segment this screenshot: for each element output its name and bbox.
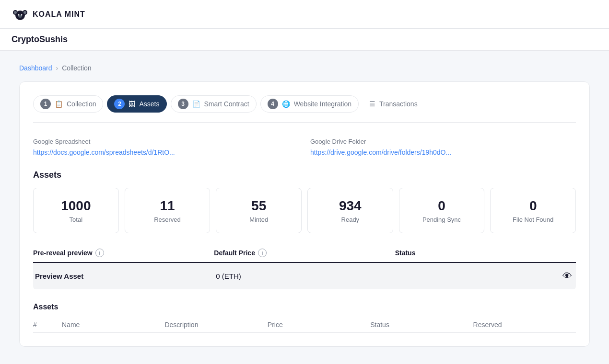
- pre-reveal-col2: Default Price i: [214, 249, 395, 257]
- stat-value-0: 1000: [61, 198, 91, 214]
- pre-reveal-header: Pre-reveal preview i Default Price i Sta…: [33, 249, 576, 263]
- stat-value-3: 934: [339, 198, 362, 214]
- logo: KOALA MINT: [12, 6, 85, 23]
- step-assets-label: Assets: [139, 100, 159, 108]
- stat-card-file-not-found: 0 File Not Found: [490, 188, 576, 233]
- default-price-label: Default Price: [214, 249, 255, 257]
- assets-section-title: Assets: [33, 170, 576, 180]
- table-col-status: Status: [370, 321, 473, 329]
- koala-icon: [12, 6, 29, 23]
- step-collection-icon: 📋: [55, 100, 63, 108]
- stat-label-0: Total: [70, 216, 82, 223]
- breadcrumb: Dashboard › Collection: [19, 64, 590, 72]
- stat-card-minted: 55 Minted: [216, 188, 302, 233]
- stat-card-ready: 934 Ready: [307, 188, 393, 233]
- svg-point-6: [18, 14, 20, 15]
- preview-asset-price: 0 (ETH): [214, 272, 395, 280]
- steps-nav: 1 📋 Collection 2 🖼 Assets 3 📄 Smart Cont…: [33, 95, 576, 123]
- sub-header: CryptoSushis: [0, 29, 609, 51]
- stat-value-5: 0: [529, 198, 537, 214]
- stat-card-reserved: 11 Reserved: [125, 188, 211, 233]
- svg-point-3: [14, 11, 17, 14]
- logo-text: KOALA MINT: [33, 10, 85, 19]
- table-header: #NameDescriptionPriceStatusReserved: [33, 317, 576, 333]
- breadcrumb-home-link[interactable]: Dashboard: [19, 64, 52, 72]
- step-transactions[interactable]: ☰ Transactions: [363, 97, 424, 111]
- stat-label-5: File Not Found: [513, 216, 553, 223]
- stat-value-1: 11: [160, 198, 175, 214]
- step-3-number: 3: [178, 99, 188, 109]
- table-col-reserved: Reserved: [473, 321, 576, 329]
- spreadsheet-source: Google Spreadsheet https://docs.google.c…: [33, 138, 299, 157]
- step-transactions-label: Transactions: [379, 100, 418, 108]
- pre-reveal-col1: Pre-reveal preview i: [33, 249, 214, 257]
- default-price-info-icon[interactable]: i: [258, 249, 267, 257]
- step-smart-contract-icon: 📄: [192, 100, 200, 108]
- preview-row: Preview Asset 0 (ETH) 👁: [33, 263, 576, 289]
- stat-label-2: Minted: [249, 216, 268, 223]
- stat-card-pending-sync: 0 Pending Sync: [399, 188, 485, 233]
- step-transactions-icon: ☰: [369, 100, 375, 108]
- pre-reveal-info-icon[interactable]: i: [95, 249, 104, 257]
- pre-reveal-col3: Status: [395, 249, 576, 257]
- step-smart-contract[interactable]: 3 📄 Smart Contract: [171, 95, 257, 113]
- project-name: CryptoSushis: [12, 34, 68, 44]
- drive-link[interactable]: https://drive.google.com/drive/folders/1…: [310, 148, 451, 156]
- stat-value-2: 55: [251, 198, 266, 214]
- table-col-name: Name: [62, 321, 164, 329]
- drive-label: Google Drive Folder: [310, 138, 576, 145]
- preview-asset-name: Preview Asset: [33, 272, 214, 280]
- step-website-label: Website Integration: [294, 100, 351, 108]
- assets-table-title: Assets: [33, 303, 576, 311]
- stat-label-3: Ready: [341, 216, 360, 223]
- table-col-description: Description: [164, 321, 267, 329]
- step-collection-label: Collection: [67, 100, 96, 108]
- eye-icon[interactable]: 👁: [395, 271, 576, 282]
- spreadsheet-label: Google Spreadsheet: [33, 138, 299, 145]
- stat-card-total: 1000 Total: [33, 188, 119, 233]
- breadcrumb-current: Collection: [62, 64, 91, 72]
- breadcrumb-separator: ›: [56, 64, 59, 72]
- step-1-number: 1: [40, 99, 51, 109]
- step-2-number: 2: [114, 99, 125, 109]
- stat-value-4: 0: [438, 198, 445, 214]
- step-assets-icon: 🖼: [129, 100, 135, 108]
- stat-label-1: Reserved: [154, 216, 181, 223]
- pre-reveal-label: Pre-reveal preview: [33, 249, 93, 257]
- main-card: 1 📋 Collection 2 🖼 Assets 3 📄 Smart Cont…: [19, 81, 590, 347]
- table-col-#: #: [33, 321, 62, 329]
- app-header: KOALA MINT: [0, 0, 609, 29]
- table-col-price: Price: [268, 321, 370, 329]
- svg-point-4: [23, 11, 26, 14]
- stats-grid: 1000 Total 11 Reserved 55 Minted 934 Rea…: [33, 188, 576, 233]
- spreadsheet-link[interactable]: https://docs.google.com/spreadsheets/d/1…: [33, 148, 175, 156]
- svg-point-7: [21, 14, 23, 15]
- main-content: Dashboard › Collection 1 📋 Collection 2 …: [0, 51, 609, 360]
- step-website-icon: 🌐: [282, 100, 290, 108]
- drive-source: Google Drive Folder https://drive.google…: [310, 138, 576, 157]
- data-sources: Google Spreadsheet https://docs.google.c…: [33, 138, 576, 157]
- status-label: Status: [395, 249, 416, 257]
- step-website-integration[interactable]: 4 🌐 Website Integration: [260, 95, 359, 113]
- step-collection[interactable]: 1 📋 Collection: [33, 95, 103, 113]
- stat-label-4: Pending Sync: [422, 216, 461, 223]
- step-smart-contract-label: Smart Contract: [204, 100, 249, 108]
- step-assets[interactable]: 2 🖼 Assets: [107, 95, 166, 113]
- step-4-number: 4: [268, 99, 278, 109]
